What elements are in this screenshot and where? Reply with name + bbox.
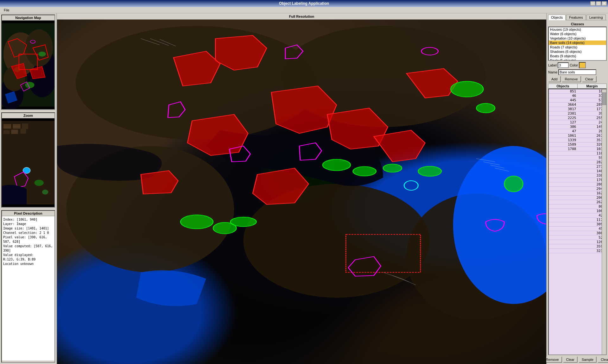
table-row[interactable]: 422 [549,213,606,218]
table-row[interactable]: 452 [549,227,606,231]
table-row[interactable]: 2824 [549,160,606,165]
svg-rect-16 [3,130,10,134]
clear-button-1[interactable]: Clear [563,356,578,363]
table-row[interactable]: 17881032 [549,147,606,151]
class-item-shadows[interactable]: Shadows (6 objects) [549,49,606,54]
tab-features[interactable]: Features [566,15,586,20]
object-id-cell: 46 [549,94,578,98]
class-item-pools[interactable]: Pools (5 objects) [549,58,606,61]
object-id-cell [549,204,578,209]
maximize-button[interactable]: □ [596,1,601,6]
svg-point-6 [25,82,34,88]
pixel-description-content: Index: [1061, 940] Layer: Image Image si… [2,216,54,361]
add-class-button[interactable]: Add [548,76,561,82]
svg-point-4 [25,29,53,66]
table-row[interactable]: 3385 [549,173,606,178]
class-action-buttons: Add Remove Clear [548,76,607,82]
object-id-cell [549,191,578,196]
left-panel: Navigation Map [0,13,57,364]
table-row[interactable]: 2736 [549,165,606,169]
color-swatch[interactable] [579,62,586,68]
object-id-cell [549,200,578,204]
classes-list[interactable]: Houses (19 objects) Water (6 objects) Ve… [548,27,607,61]
table-row[interactable]: 3097 [549,222,606,227]
table-row[interactable]: 2067 [549,196,606,200]
table-row[interactable]: 445515 [549,98,606,103]
app-title: Object Labeling Application [279,0,329,7]
remove-class-button[interactable]: Remove [562,76,581,82]
table-row[interactable]: 2622 [549,200,606,204]
table-row[interactable]: 2949 [549,187,606,191]
class-item-baresoils[interactable]: Bare soils (14 objects) [549,41,606,45]
file-menu[interactable]: File [1,8,12,13]
object-id-cell [549,196,578,200]
object-id-cell [549,218,578,222]
table-row[interactable]: 1171 [549,218,606,222]
table-row[interactable]: 1620 [549,191,606,196]
table-row[interactable]: 1107 [549,151,606,156]
zoom-viewport[interactable] [2,118,54,207]
object-id-cell [549,160,578,165]
tab-objects[interactable]: Objects [548,15,566,20]
table-row[interactable]: 809 [549,204,606,209]
nav-map-viewport[interactable] [2,21,54,109]
table-row[interactable]: 3595 [549,244,606,249]
class-item-roads[interactable]: Roads (7 objects) [549,45,606,49]
satellite-background [57,20,546,364]
center-area: Full Resolution [57,13,546,364]
scrollbar-track[interactable] [602,89,606,355]
table-row[interactable]: 13393519 [549,138,606,142]
tab-learning[interactable]: Learning [586,15,606,20]
minimize-button[interactable]: ─ [590,1,595,6]
pixel-channel: Channel selection: 2 1 0 [3,231,53,235]
clear-class-button[interactable]: Clear [582,76,597,82]
table-row[interactable]: 22252551 [549,116,606,120]
class-item-houses[interactable]: Houses (19 objects) [549,27,606,32]
table-row[interactable]: 2301398 [549,111,606,116]
table-row[interactable]: 15093206 [549,142,606,147]
scrollbar-thumb[interactable] [602,92,606,105]
table-row[interactable]: 525 [549,235,606,240]
clear-button-2[interactable]: Clear [598,356,608,363]
table-row[interactable]: 38171774 [549,107,606,111]
table-row[interactable]: 591 [549,156,606,160]
pixel-displayed-label: Value displayed: [3,253,53,257]
class-item-boats[interactable]: Boats (9 objects) [549,54,606,58]
object-id-cell [549,235,578,240]
table-row[interactable]: 47200 [549,129,606,134]
class-item-vegetation[interactable]: Vegetation (10 objects) [549,36,606,41]
object-id-cell [549,213,578,218]
object-id-cell [549,151,578,156]
object-id-cell: 3817 [549,107,578,111]
object-id-cell [549,209,578,213]
sample-button[interactable]: Sample [579,356,597,363]
table-row[interactable]: 1067 [549,209,606,213]
close-button[interactable]: ✕ [602,1,607,6]
table-row[interactable]: 3236 [549,249,606,253]
title-bar: Object Labeling Application ─ □ ✕ [0,0,608,7]
object-id-cell: 1061 [549,134,578,138]
table-row[interactable]: 1260 [549,240,606,244]
pixel-layer: Layer: Image [3,222,53,226]
table-row[interactable]: 127248 [549,120,606,125]
objects-list[interactable]: 8511004631044551536642898381717742301398… [548,89,607,355]
zoom-map-image [2,118,54,207]
nav-map-image [2,21,54,109]
table-row[interactable]: 3861499 [549,125,606,129]
table-row[interactable]: 36642898 [549,103,606,107]
label-input[interactable] [558,62,569,68]
table-row[interactable]: 1406 [549,169,606,173]
name-input[interactable] [558,69,596,75]
object-id-cell: 1509 [549,142,578,147]
table-row[interactable]: 1705 [549,178,606,182]
table-row[interactable]: 2084 [549,182,606,187]
class-item-water[interactable]: Water (6 objects) [549,32,606,36]
table-row[interactable]: 851100 [549,89,606,94]
table-row[interactable]: 46310 [549,94,606,98]
object-id-cell: 3664 [549,103,578,107]
map-viewport[interactable] [57,20,546,364]
object-id-cell [549,227,578,231]
svg-point-24 [42,190,48,195]
table-row[interactable]: 3087 [549,231,606,235]
table-row[interactable]: 10612675 [549,134,606,138]
